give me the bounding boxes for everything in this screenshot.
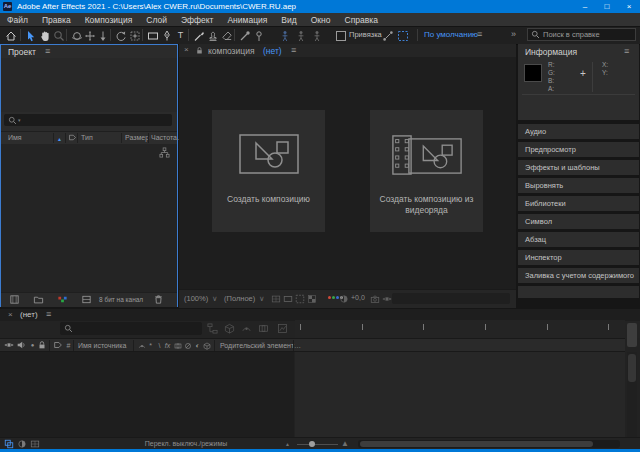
viewer-lock-icon[interactable] <box>195 46 204 55</box>
video-visibility-icon[interactable] <box>4 340 15 351</box>
graph-editor-icon[interactable] <box>277 323 289 335</box>
audio-icon[interactable] <box>16 340 27 351</box>
tab-close-icon[interactable]: × <box>184 45 189 54</box>
timeline-horizontal-scrollbar[interactable] <box>358 440 620 448</box>
roto-brush-tool-icon[interactable] <box>238 29 251 42</box>
timeline-search-input[interactable] <box>73 324 179 333</box>
expand-transfer-controls-icon[interactable] <box>17 439 28 449</box>
panel-header-paragraph[interactable]: Абзац <box>518 232 639 247</box>
project-flowchart-icon[interactable] <box>159 147 170 158</box>
timeline-panel-menu-icon[interactable]: ≡ <box>46 309 51 319</box>
workspace-menu-icon[interactable]: ≡ <box>477 29 482 39</box>
panel-header-effects-presets[interactable]: Эффекты и шаблоны <box>518 160 639 175</box>
resolution-dropdown-icon[interactable]: ∨ <box>259 294 265 303</box>
time-ruler[interactable] <box>295 320 625 339</box>
panel-header-inspector[interactable]: Инспектор <box>518 250 639 265</box>
safe-margins-icon[interactable] <box>271 294 281 304</box>
region-of-interest-icon[interactable] <box>295 294 305 304</box>
interpret-footage-icon[interactable] <box>9 294 21 306</box>
menu-edit[interactable]: Правка <box>35 15 78 25</box>
type-tool-icon[interactable]: T <box>174 29 187 42</box>
eraser-tool-icon[interactable] <box>220 29 233 42</box>
proxy-icon[interactable] <box>81 294 93 306</box>
close-button[interactable]: × <box>618 0 640 13</box>
column-divider[interactable] <box>148 133 149 143</box>
resolution-value[interactable]: (Полное) <box>224 294 255 303</box>
tab-close-icon[interactable]: × <box>8 310 13 319</box>
magnification-dropdown-icon[interactable]: ∨ <box>212 294 218 303</box>
menu-animation[interactable]: Анимация <box>220 15 274 25</box>
trash-icon[interactable] <box>153 294 165 306</box>
show-snapshot-icon[interactable] <box>382 294 392 304</box>
clone-stamp-tool-icon[interactable] <box>206 29 219 42</box>
composition-name[interactable]: (нет) <box>263 46 282 56</box>
rectangle-tool-icon[interactable] <box>146 29 159 42</box>
project-panel-menu-icon[interactable]: ≡ <box>45 46 50 56</box>
transparency-grid-icon[interactable] <box>307 294 317 304</box>
snap-label[interactable]: Привязка <box>349 30 382 39</box>
menu-view[interactable]: Вид <box>274 15 303 25</box>
selection-tool-icon[interactable] <box>24 29 37 42</box>
hide-shy-layers-icon[interactable] <box>241 323 253 335</box>
parent-column[interactable]: Родительский элемент… <box>220 342 301 349</box>
column-divider[interactable] <box>65 133 66 143</box>
column-size[interactable]: Размер <box>125 134 149 141</box>
source-name-column[interactable]: Имя источника <box>78 342 126 349</box>
track-area[interactable] <box>295 352 625 437</box>
project-item-list[interactable] <box>1 144 177 292</box>
orbit-camera-tool-icon[interactable] <box>70 29 83 42</box>
composition-tab[interactable]: × композиция (нет) ≡ <box>179 44 516 57</box>
exposure-icon[interactable] <box>339 294 349 304</box>
menu-effect[interactable]: Эффект <box>174 15 221 25</box>
axis-mode-world-icon[interactable] <box>294 29 307 42</box>
panel-header-align[interactable]: Выровнять <box>518 178 639 193</box>
panel-header-audio[interactable]: Аудио <box>518 124 639 139</box>
draft-3d-icon[interactable] <box>224 323 236 335</box>
zoom-tool-icon[interactable] <box>52 29 65 42</box>
shy-switch-icon[interactable] <box>137 340 146 351</box>
snap-options-icon[interactable] <box>381 29 394 42</box>
adjustment-layer-switch-icon[interactable]: ◐ <box>193 340 202 351</box>
maximize-button[interactable]: □ <box>596 0 618 13</box>
motion-blur-switch-icon[interactable] <box>183 340 192 351</box>
minimize-button[interactable]: – <box>574 0 596 13</box>
home-icon[interactable] <box>4 29 17 42</box>
menu-layer[interactable]: Слой <box>139 15 174 25</box>
dolly-camera-tool-icon[interactable] <box>96 29 109 42</box>
comp-marker-bin[interactable] <box>627 323 637 347</box>
timeline-vertical-scrollbar[interactable] <box>627 352 637 437</box>
project-settings-icon[interactable] <box>57 294 69 306</box>
snapshot-icon[interactable] <box>370 294 380 304</box>
zoom-out-mountain-icon[interactable]: ▲ <box>285 441 290 447</box>
project-search-input[interactable] <box>21 116 147 125</box>
solo-icon[interactable]: ● <box>28 340 37 351</box>
mask-visibility-icon[interactable] <box>283 294 293 304</box>
bit-depth-label[interactable]: 8 бит на канал <box>99 296 143 303</box>
axis-mode-view-icon[interactable] <box>310 29 323 42</box>
new-folder-icon[interactable] <box>33 294 45 306</box>
3d-layer-switch-icon[interactable] <box>202 340 211 351</box>
timeline-zoom-slider[interactable] <box>297 444 338 445</box>
info-panel-menu-icon[interactable]: ≡ <box>624 46 629 56</box>
pan-camera-tool-icon[interactable] <box>83 29 96 42</box>
column-type[interactable]: Тип <box>81 134 93 141</box>
effects-switch-icon[interactable]: fx <box>163 340 172 351</box>
expand-in-out-panes-icon[interactable] <box>30 439 41 449</box>
scrollbar-thumb[interactable] <box>360 441 593 447</box>
menu-help[interactable]: Справка <box>338 15 385 25</box>
layer-index-column[interactable]: # <box>64 340 73 351</box>
magnification-value[interactable]: (100%) <box>184 294 208 303</box>
mini-flowchart-icon[interactable] <box>207 323 219 335</box>
toggle-switches-modes-button[interactable]: Перекл. выключ./режимы <box>140 440 232 447</box>
column-name[interactable]: Имя <box>8 134 22 141</box>
pen-tool-icon[interactable] <box>160 29 173 42</box>
exposure-value[interactable]: +0,0 <box>351 294 365 301</box>
pan-behind-tool-icon[interactable] <box>128 29 141 42</box>
rotation-tool-icon[interactable] <box>114 29 127 42</box>
project-tab[interactable]: Проект ≡ <box>1 45 177 58</box>
grid-options-icon[interactable] <box>396 29 409 42</box>
menu-file[interactable]: Файл <box>0 15 35 25</box>
workspace-selector[interactable]: По умолчанию <box>424 30 478 39</box>
sort-ascending-icon[interactable]: ▲ <box>57 136 62 142</box>
puppet-pin-tool-icon[interactable] <box>252 29 265 42</box>
